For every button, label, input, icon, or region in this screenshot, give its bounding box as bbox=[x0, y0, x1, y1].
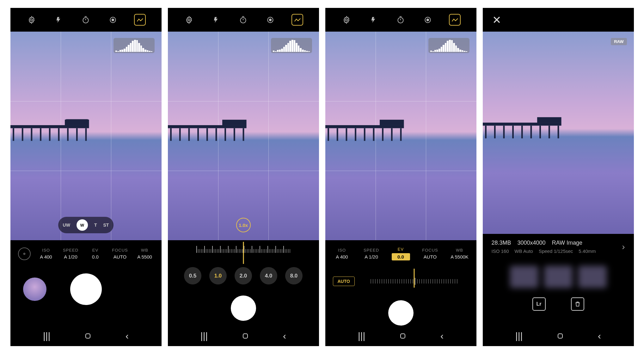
zoom-8.0[interactable]: 8.0 bbox=[285, 267, 303, 284]
gallery-thumbnail[interactable] bbox=[23, 278, 46, 301]
back-button[interactable]: ‹ bbox=[283, 331, 286, 341]
back-button[interactable]: ‹ bbox=[440, 331, 444, 341]
metering-mode-icon[interactable] bbox=[18, 247, 31, 260]
param-iso[interactable]: ISOA 400 bbox=[333, 248, 351, 259]
home-button[interactable] bbox=[242, 332, 249, 340]
param-speed[interactable]: SPEEDA 1/20 bbox=[362, 248, 381, 259]
delete-button[interactable] bbox=[571, 297, 584, 311]
home-button[interactable] bbox=[84, 332, 92, 340]
grid-line bbox=[325, 101, 476, 101]
exposure-params: ISOA 400 SPEEDA 1/20 EV0.0 FOCUSAUTO WBA… bbox=[325, 240, 476, 266]
flash-icon[interactable] bbox=[210, 14, 222, 26]
timer-icon[interactable] bbox=[395, 14, 407, 26]
ev-track[interactable] bbox=[359, 275, 469, 288]
zoom-1.0[interactable]: 1.0 bbox=[209, 267, 227, 284]
zoom-ruler[interactable] bbox=[168, 240, 319, 254]
zoom-presets: 0.5 1.0 2.0 4.0 8.0 bbox=[168, 267, 319, 284]
shutter-button[interactable] bbox=[388, 300, 414, 326]
metering-icon[interactable] bbox=[107, 14, 119, 26]
scene-pier bbox=[483, 117, 573, 142]
filmstrip[interactable] bbox=[483, 259, 634, 294]
screen-1-camera-pro: UW W T ST ISOA 400 SPEEDA 1/20 EV0.0 FOC… bbox=[10, 8, 162, 346]
grid-line bbox=[168, 101, 319, 101]
level-icon[interactable] bbox=[291, 14, 303, 26]
lightroom-button[interactable]: Lr bbox=[532, 297, 546, 311]
svg-rect-50 bbox=[537, 117, 561, 123]
screen-2-zoom: 1.0x 0.5 1.0 2.0 4.0 8.0 ||| ‹ bbox=[168, 8, 319, 346]
lens-t[interactable]: T bbox=[94, 223, 97, 228]
svg-rect-16 bbox=[86, 334, 90, 338]
back-button[interactable]: ‹ bbox=[598, 331, 601, 341]
home-button[interactable] bbox=[556, 332, 564, 340]
shutter-button[interactable] bbox=[231, 296, 256, 321]
settings-icon[interactable] bbox=[341, 14, 353, 26]
exposure-params: ISOA 400 SPEEDA 1/20 EV0.0 FOCUSAUTO WBA… bbox=[10, 240, 162, 266]
recents-button[interactable]: ||| bbox=[515, 331, 523, 341]
ev-slider[interactable]: AUTO bbox=[325, 269, 476, 294]
android-navbar: ||| ‹ bbox=[10, 326, 162, 346]
back-button[interactable]: ‹ bbox=[126, 331, 129, 341]
zoom-indicator[interactable]: 1.0x bbox=[236, 218, 251, 232]
svg-rect-37 bbox=[325, 125, 404, 128]
histogram bbox=[271, 38, 312, 53]
param-ev[interactable]: EV0.0 bbox=[392, 247, 410, 260]
svg-rect-21 bbox=[168, 125, 247, 128]
metering-icon[interactable] bbox=[265, 14, 276, 26]
timer-icon[interactable] bbox=[237, 14, 249, 26]
param-ev[interactable]: EV0.0 bbox=[86, 248, 105, 259]
recents-button[interactable]: ||| bbox=[43, 331, 50, 341]
viewfinder[interactable]: UW W T ST bbox=[10, 32, 162, 240]
settings-icon[interactable] bbox=[26, 14, 38, 26]
lens-selector[interactable]: UW W T ST bbox=[58, 217, 114, 233]
top-toolbar bbox=[10, 8, 162, 32]
raw-badge: RAW bbox=[611, 38, 627, 45]
shutter-button[interactable] bbox=[70, 273, 102, 305]
grid-line bbox=[168, 171, 319, 171]
param-focus[interactable]: FOCUSAUTO bbox=[421, 248, 439, 259]
param-speed[interactable]: SPEEDA 1/20 bbox=[62, 248, 80, 259]
zoom-2.0[interactable]: 2.0 bbox=[235, 267, 252, 284]
svg-point-15 bbox=[23, 253, 25, 254]
chevron-right-icon[interactable]: › bbox=[622, 242, 625, 252]
shutter-row bbox=[168, 288, 319, 329]
zoom-needle bbox=[243, 242, 244, 264]
param-focus[interactable]: FOCUSAUTO bbox=[111, 248, 129, 259]
top-toolbar bbox=[325, 8, 476, 32]
svg-point-20 bbox=[269, 19, 272, 21]
viewfinder[interactable] bbox=[325, 32, 476, 240]
svg-point-17 bbox=[188, 19, 190, 21]
screen-3-ev: ISOA 400 SPEEDA 1/20 EV0.0 FOCUSAUTO WBA… bbox=[325, 8, 476, 346]
recents-button[interactable]: ||| bbox=[200, 331, 208, 341]
svg-rect-32 bbox=[243, 334, 248, 338]
close-icon[interactable]: ✕ bbox=[492, 14, 501, 26]
photo-preview[interactable]: RAW bbox=[483, 32, 634, 234]
timer-icon[interactable] bbox=[80, 14, 92, 26]
lens-w[interactable]: W bbox=[77, 219, 88, 231]
zoom-4.0[interactable]: 4.0 bbox=[260, 267, 277, 284]
svg-rect-49 bbox=[483, 123, 561, 126]
param-iso[interactable]: ISOA 400 bbox=[37, 248, 55, 259]
viewfinder[interactable]: 1.0x bbox=[168, 32, 319, 240]
metering-icon[interactable] bbox=[422, 14, 434, 26]
settings-icon[interactable] bbox=[183, 14, 195, 26]
scene-pier bbox=[10, 119, 101, 144]
grid-line bbox=[111, 32, 111, 240]
flash-icon[interactable] bbox=[368, 14, 379, 26]
ev-auto-button[interactable]: AUTO bbox=[333, 277, 355, 286]
svg-rect-22 bbox=[222, 120, 246, 125]
meta-wb: WB Auto bbox=[515, 248, 533, 254]
level-icon[interactable] bbox=[449, 14, 461, 26]
grid-line bbox=[325, 171, 476, 171]
level-icon[interactable] bbox=[134, 14, 146, 26]
param-wb[interactable]: WBA 5500K bbox=[451, 248, 469, 259]
svg-rect-4 bbox=[10, 125, 89, 128]
recents-button[interactable]: ||| bbox=[358, 331, 365, 341]
svg-point-0 bbox=[31, 19, 33, 21]
flash-icon[interactable] bbox=[53, 14, 64, 26]
param-wb[interactable]: WBA 5500 bbox=[136, 248, 154, 259]
lens-uw[interactable]: UW bbox=[63, 223, 70, 228]
home-button[interactable] bbox=[399, 332, 407, 340]
zoom-0.5[interactable]: 0.5 bbox=[184, 267, 201, 284]
meta-size: 28.3MB bbox=[492, 240, 511, 246]
lens-st[interactable]: ST bbox=[103, 223, 109, 228]
